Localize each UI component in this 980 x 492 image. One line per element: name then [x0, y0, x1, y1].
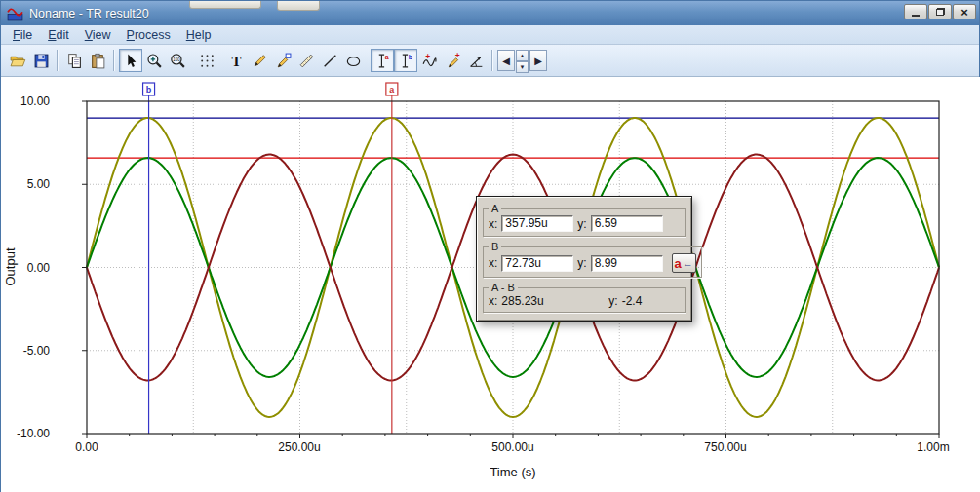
y-tick-label: 10.00 — [20, 95, 50, 108]
toolbar-separator — [57, 50, 59, 71]
x-label: x: — [489, 256, 497, 270]
left-arrow-icon: ◀ — [502, 56, 510, 66]
grid-toggle-button[interactable] — [195, 49, 218, 72]
svg-text:100: 100 — [173, 57, 180, 61]
cursor-b-x-value[interactable]: 72.73u — [501, 255, 573, 272]
x-label: x: — [489, 217, 497, 231]
ruler-icon — [298, 53, 315, 69]
zoom-100-button[interactable]: 100 — [166, 49, 189, 72]
pencil-plus-icon: + — [445, 53, 461, 69]
ellipse-tool-button[interactable] — [341, 49, 365, 72]
menu-process[interactable]: Process — [119, 26, 178, 44]
y-tick-label: -10.00 — [17, 427, 50, 440]
ellipse-icon — [345, 53, 362, 69]
cursor-b-toggle-button[interactable]: b — [394, 49, 417, 72]
add-curve-icon: + — [421, 53, 438, 69]
menu-edit[interactable]: Edit — [40, 26, 77, 44]
cursor-a-jump-button[interactable]: a ← — [672, 253, 696, 273]
x-tick-label: 250.00u — [278, 440, 320, 454]
page-left-button[interactable]: ◀ — [497, 50, 515, 71]
x-axis-title: Time (s) — [490, 465, 535, 479]
line-tool-button[interactable] — [318, 49, 341, 72]
copy-button[interactable] — [62, 49, 86, 72]
cursor-b-flag-letter: b — [146, 85, 152, 95]
y-tick-label: 0.00 — [27, 261, 51, 275]
reference-lines — [87, 118, 939, 158]
phasor-tool-button[interactable] — [464, 49, 488, 72]
spin-up-button[interactable]: ▲ — [516, 50, 529, 61]
restore-button[interactable] — [928, 4, 952, 19]
cursor-a-toggle-button[interactable]: a — [371, 49, 394, 72]
cursor-diff-y-value: -2.4 — [622, 294, 643, 308]
pointer-icon — [123, 53, 139, 69]
y-tick-label: -5.00 — [23, 344, 51, 358]
page-right-button[interactable]: ▶ — [529, 50, 547, 71]
text-tool-button[interactable]: T — [224, 49, 248, 72]
open-button[interactable] — [6, 49, 29, 72]
svg-text:a: a — [384, 54, 388, 60]
x-tick-label: 0.00 — [75, 440, 98, 454]
select-pointer-button[interactable] — [119, 49, 142, 72]
cursor-a-group: A x: 357.95u y: 6.59 — [483, 203, 686, 237]
y-tick-label: 5.00 — [27, 177, 51, 191]
right-arrow-icon: ▶ — [534, 56, 542, 66]
y-label: y: — [577, 256, 586, 270]
x-tick-label: 500.00u — [491, 440, 533, 454]
minimize-icon — [912, 15, 920, 17]
background-window-fragment — [277, 1, 320, 11]
pencil-a-tool-button[interactable] — [248, 49, 271, 72]
close-icon: × — [960, 6, 968, 19]
zoom-in-button[interactable] — [142, 49, 166, 72]
toolbar: 100 T — [1, 45, 979, 77]
window-title: Noname - TR result20 — [29, 7, 149, 20]
text-tool-icon: T — [228, 53, 245, 69]
edit-curve-button[interactable]: + — [441, 49, 464, 72]
paste-button[interactable] — [86, 49, 109, 72]
cursor-a-y-value[interactable]: 6.59 — [591, 215, 663, 232]
save-button[interactable] — [29, 49, 53, 72]
add-curve-button[interactable]: + — [417, 49, 441, 72]
open-folder-icon — [10, 53, 26, 69]
cursor-a-x-value[interactable]: 357.95u — [501, 215, 573, 232]
chart-area: ba 10.00 5.00 0.00 -5.00 -10.00 0.00 250… — [1, 77, 980, 492]
x-label: x: — [489, 294, 497, 308]
cursor-readout-panel[interactable]: A x: 357.95u y: 6.59 B x: 72.73u y: 8.99… — [476, 196, 692, 322]
svg-text:T: T — [231, 53, 241, 68]
cursor-markers: ba — [143, 83, 398, 434]
application-window: Noname - TR result20 × File Edit View Pr… — [0, 0, 980, 492]
left-arrow-icon: ← — [683, 258, 693, 269]
cursor-b-y-value[interactable]: 8.99 — [591, 255, 663, 272]
title-bar[interactable]: Noname - TR result20 × — [1, 1, 979, 25]
pencil-b-tool-button[interactable] — [271, 49, 294, 72]
ruler-tool-button[interactable] — [294, 49, 318, 72]
svg-text:+: + — [454, 53, 459, 60]
spin-down-button[interactable]: ▼ — [516, 61, 529, 73]
paste-icon — [90, 53, 106, 69]
cursor-a-group-label: A — [489, 203, 501, 214]
close-button[interactable]: × — [953, 4, 976, 19]
cursor-a-jump-letter: a — [675, 257, 682, 270]
floppy-icon — [33, 53, 50, 69]
y-axis-title: Output — [3, 247, 18, 285]
caption-buttons: × — [904, 4, 976, 19]
minimize-button[interactable] — [904, 4, 927, 19]
menu-file[interactable]: File — [5, 26, 40, 44]
cursor-diff-group-label: A - B — [489, 282, 518, 293]
menu-view[interactable]: View — [77, 26, 119, 44]
y-label: y: — [608, 294, 617, 308]
svg-text:+: + — [425, 53, 430, 61]
toolbar-separator — [113, 50, 115, 71]
cursor-diff-group: A - B x: 285.23u y: -2.4 — [483, 282, 686, 313]
cursor-b-group: B x: 72.73u y: 8.99 a ← — [483, 241, 702, 278]
y-label: y: — [577, 217, 586, 231]
pencil-flag-icon — [275, 53, 292, 69]
pencil-icon — [252, 53, 268, 69]
grid-icon — [199, 53, 216, 69]
toolbar-separator — [491, 50, 493, 71]
app-icon — [7, 5, 23, 21]
x-tick-label: 1.00m — [917, 440, 949, 454]
cursor-b-icon: b — [398, 53, 414, 69]
zoom-100-icon: 100 — [170, 53, 186, 69]
cursor-a-icon: a — [374, 53, 391, 69]
menu-help[interactable]: Help — [178, 26, 219, 44]
